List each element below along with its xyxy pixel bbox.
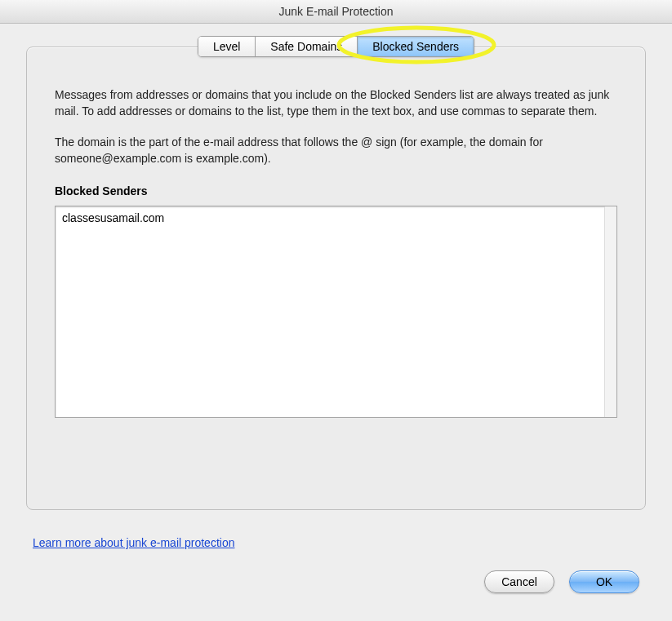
ok-button[interactable]: OK bbox=[569, 570, 639, 593]
learn-more-link[interactable]: Learn more about junk e-mail protection bbox=[33, 536, 234, 549]
tab-safe-domains[interactable]: Safe Domains bbox=[256, 37, 358, 56]
tab-segmented-control: Level Safe Domains Blocked Senders bbox=[198, 36, 474, 57]
content-group: Messages from addresses or domains that … bbox=[26, 47, 646, 510]
dialog-buttons: Cancel OK bbox=[484, 570, 639, 593]
tab-blocked-senders[interactable]: Blocked Senders bbox=[358, 37, 474, 56]
description-text-2: The domain is the part of the e-mail add… bbox=[55, 134, 617, 166]
window-title: Junk E-mail Protection bbox=[0, 0, 672, 24]
tabs-container: Level Safe Domains Blocked Senders bbox=[0, 36, 672, 57]
junk-email-protection-window: Junk E-mail Protection Level Safe Domain… bbox=[0, 0, 672, 621]
description-text-1: Messages from addresses or domains that … bbox=[55, 86, 617, 119]
cancel-button[interactable]: Cancel bbox=[484, 570, 554, 593]
blocked-senders-textbox-wrap bbox=[55, 206, 617, 418]
blocked-senders-label: Blocked Senders bbox=[55, 184, 617, 197]
blocked-senders-textarea[interactable] bbox=[56, 206, 616, 417]
scrollbar[interactable] bbox=[604, 206, 616, 417]
tab-level[interactable]: Level bbox=[198, 37, 256, 56]
